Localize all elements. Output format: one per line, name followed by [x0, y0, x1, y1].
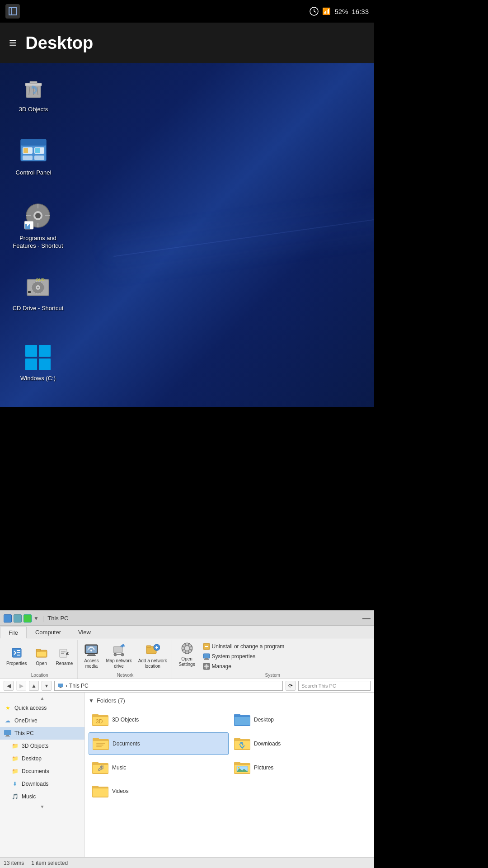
folder-item-3d-objects[interactable]: 3D 3D Objects	[89, 709, 229, 731]
quick-access-icon: ★	[4, 704, 12, 712]
rename-svg	[58, 646, 70, 659]
3d-objects-label: 3D Objects	[112, 717, 139, 723]
sidebar-item-this-pc[interactable]: This PC	[0, 727, 84, 740]
svg-rect-44	[36, 649, 41, 651]
sidebar-item-3d-objects[interactable]: 📁 3D Objects	[0, 740, 84, 752]
svg-rect-37	[25, 359, 37, 370]
fe-dropdown-btn[interactable]: ▼	[33, 615, 39, 622]
svg-rect-40	[17, 650, 20, 651]
svg-rect-109	[92, 762, 99, 764]
svg-point-70	[183, 644, 185, 646]
sidebar-item-music[interactable]: 🎵 Music	[0, 790, 84, 803]
svg-rect-117	[92, 786, 99, 788]
forward-button[interactable]: ▶	[16, 681, 26, 691]
svg-rect-34	[28, 291, 31, 293]
open-settings-icon	[180, 641, 194, 656]
windows-c-svg	[23, 341, 52, 370]
sidebar-scroll-up[interactable]: ▲	[0, 694, 84, 702]
file-explorer-titlebar: ▼ | This PC —	[0, 611, 374, 626]
search-box[interactable]: Search This PC	[298, 681, 371, 691]
svg-rect-36	[39, 345, 51, 357]
svg-rect-92	[92, 714, 99, 717]
desktop-icon-cd-drive[interactable]: DVD CD Drive - Shortcut	[6, 267, 70, 315]
selected-count: 1 item selected	[31, 860, 68, 866]
svg-rect-101	[96, 743, 105, 744]
folder-item-desktop[interactable]: Desktop	[230, 709, 371, 731]
desktop-icon-control-panel[interactable]: Control Panel	[6, 131, 61, 179]
rename-label: Rename	[56, 661, 73, 666]
downloads-folder-label: Downloads	[254, 741, 281, 747]
recycle-bin-label: 3D Objects	[19, 106, 48, 113]
access-media-label: Accessmedia	[84, 658, 99, 669]
back-button[interactable]: ◀	[4, 681, 14, 691]
menu-button[interactable]: ≡	[9, 36, 16, 50]
clock-icon	[310, 7, 319, 16]
documents-folder-label: Documents	[113, 741, 140, 747]
folder-item-music[interactable]: Music	[89, 757, 229, 778]
desktop-icon-programs[interactable]: Programs and Features - Shortcut	[6, 197, 70, 253]
svg-rect-55	[113, 646, 122, 653]
recent-dropdown[interactable]: ▾	[42, 681, 52, 691]
ribbon-btn-map-network[interactable]: Map networkdrive	[104, 642, 133, 670]
tab-computer[interactable]: Computer	[27, 626, 70, 638]
desktop-icon-windows-c[interactable]: Windows (C:)	[6, 337, 70, 385]
svg-text:DVD: DVD	[36, 278, 45, 282]
folders-grid: 3D 3D Objects Desktop	[89, 709, 371, 802]
svg-rect-13	[21, 139, 46, 146]
open-svg	[35, 646, 48, 659]
up-button[interactable]: ▲	[29, 681, 39, 691]
sidebar-item-onedrive[interactable]: ☁ OneDrive	[0, 714, 84, 727]
downloads-folder-icon	[234, 736, 250, 752]
svg-rect-35	[25, 345, 37, 357]
ribbon-btn-add-location[interactable]: Add a networklocation	[136, 642, 169, 670]
svg-rect-103	[96, 746, 102, 747]
svg-rect-96	[234, 714, 240, 717]
address-path[interactable]: › This PC	[54, 681, 283, 691]
folders-section-header: ▼ Folders (7)	[89, 696, 371, 705]
ribbon-btn-open[interactable]: Open	[32, 645, 52, 667]
properties-label: Properties	[6, 661, 27, 666]
folder-item-documents[interactable]: Documents	[89, 732, 229, 755]
ribbon-btn-system-props[interactable]: System properties	[201, 652, 370, 661]
svg-rect-118	[93, 788, 108, 797]
expand-folders-icon[interactable]: ▼	[89, 698, 94, 704]
tab-view[interactable]: View	[70, 626, 99, 638]
ribbon-btn-access-media[interactable]: Accessmedia	[81, 642, 101, 670]
ribbon-btn-uninstall[interactable]: Uninstall or change a program	[201, 642, 370, 651]
ribbon-btn-manage[interactable]: Manage	[201, 662, 370, 671]
refresh-button[interactable]: ⟳	[286, 681, 296, 691]
ribbon-btn-properties[interactable]: Properties	[5, 645, 29, 667]
svg-point-69	[190, 647, 192, 650]
tab-file[interactable]: File	[0, 627, 27, 638]
quick-access-label: Quick access	[14, 705, 47, 711]
control-panel-label: Control Panel	[16, 169, 52, 177]
status-left	[5, 4, 20, 19]
sidebar-item-quick-access[interactable]: ★ Quick access	[0, 702, 84, 714]
uninstall-label: Uninstall or change a program	[212, 643, 285, 650]
minimize-button[interactable]: —	[362, 613, 371, 623]
folder-item-downloads[interactable]: Downloads	[230, 732, 371, 755]
open-label: Open	[36, 661, 47, 666]
svg-rect-87	[59, 688, 62, 688]
svg-point-66	[186, 643, 188, 646]
ribbon-btn-open-settings[interactable]: OpenSettings	[176, 640, 198, 668]
svg-point-80	[205, 665, 208, 668]
content-pane: ▼ Folders (7) 3D 3D Objects	[85, 693, 374, 857]
sidebar-item-downloads[interactable]: ⬇ Downloads	[0, 778, 84, 790]
ribbon-btn-rename[interactable]: Rename	[54, 645, 75, 667]
ribbon-system-right: Uninstall or change a program System pro…	[201, 640, 370, 671]
properties-svg	[10, 646, 23, 659]
add-location-svg	[145, 643, 160, 657]
folder-item-videos[interactable]: Videos	[89, 780, 229, 802]
desktop-icon-recycle-bin[interactable]: 3D Objects	[6, 68, 61, 116]
svg-rect-45	[37, 652, 46, 656]
sidebar-item-desktop[interactable]: 📁 Desktop	[0, 752, 84, 765]
documents-sidebar-label: Documents	[22, 768, 49, 774]
folder-item-pictures[interactable]: Pictures	[230, 757, 371, 778]
svg-point-84	[207, 666, 209, 667]
sidebar-scroll-down[interactable]: ▼	[0, 803, 84, 810]
svg-point-68	[182, 647, 184, 650]
path-arrow: ›	[66, 683, 67, 689]
documents-sidebar-icon: 📁	[11, 767, 19, 775]
sidebar-item-documents[interactable]: 📁 Documents	[0, 765, 84, 778]
